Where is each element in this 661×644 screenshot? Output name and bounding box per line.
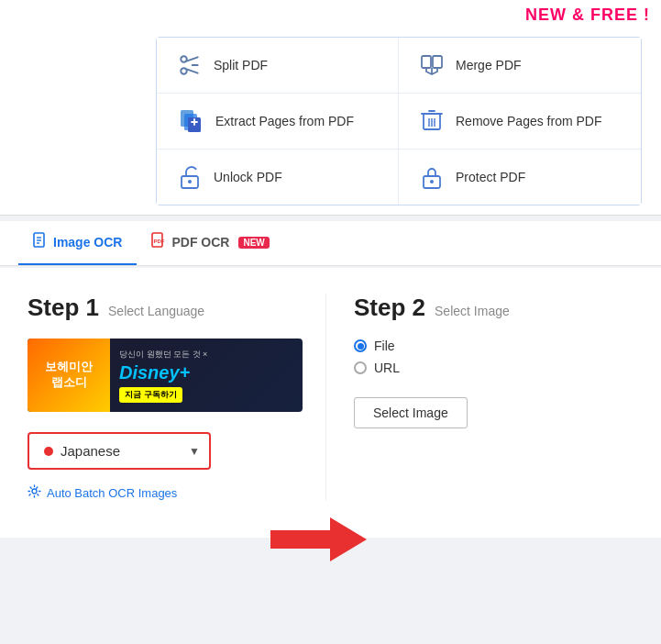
tab-pdf-ocr-label: PDF OCR [171,235,229,250]
auto-batch-text: Auto Batch OCR Images [47,486,177,500]
extract-pages-label: Extract Pages from PDF [215,114,354,128]
remove-pages-item[interactable]: Remove Pages from PDF [399,94,641,150]
main-content: Image OCR PDF PDF OCR NEW Step 1 Select … [0,221,661,538]
step1-panel: Step 1 Select Language 보헤미안랩소디 당신이 원했던 모… [28,294,325,501]
language-dot [44,447,53,456]
steps-area: Step 1 Select Language 보헤미안랩소디 당신이 원했던 모… [0,268,661,538]
url-label: URL [374,361,400,375]
pdf-icon: PDF [151,232,166,252]
scissors-icon [177,52,203,78]
split-pdf-label: Split PDF [214,58,268,72]
dropdown-arrow-icon: ▼ [189,445,200,458]
select-image-button[interactable]: Select Image [354,397,468,428]
lock-icon [419,164,445,190]
new-free-badge: NEW & FREE ! [525,6,650,25]
file-option[interactable]: File [354,339,633,353]
document-icon [33,232,48,252]
pdf-tools-menu: Split PDF Merge PDF [156,37,642,205]
svg-point-20 [32,489,37,494]
unlock-pdf-item[interactable]: Unlock PDF [157,150,399,205]
extract-pages-item[interactable]: Extract Pages from PDF [157,94,399,150]
svg-rect-1 [433,56,442,68]
tab-image-ocr[interactable]: Image OCR [18,221,137,265]
red-arrow-indicator [270,517,367,561]
ad-cta-button[interactable]: 지금 구독하기 [119,387,182,403]
url-radio[interactable] [354,361,367,374]
top-banner: NEW & FREE ! Split PDF [0,0,661,216]
svg-text:PDF: PDF [154,239,165,244]
ad-brand: Disney+ [119,362,207,383]
file-radio[interactable] [354,339,367,352]
svg-point-11 [188,180,192,183]
file-label: File [374,339,395,353]
step2-sub: Select Image [435,304,510,318]
auto-batch-link[interactable]: Auto Batch OCR Images [28,484,307,501]
gear-icon [28,484,41,501]
language-name: Japanese [61,443,176,459]
svg-point-13 [430,180,434,183]
new-badge: NEW [238,237,269,249]
protect-pdf-item[interactable]: Protect PDF [399,150,641,205]
url-option[interactable]: URL [354,361,633,375]
step1-sub: Select Language [108,304,204,318]
ad-korean-text: 보헤미안랩소디 [45,360,93,391]
step1-number: Step 1 [28,294,99,322]
step2-heading: Step 2 Select Image [354,294,633,322]
svg-rect-0 [422,56,431,68]
step1-heading: Step 1 Select Language [28,294,307,322]
protect-pdf-label: Protect PDF [456,170,525,184]
split-pdf-item[interactable]: Split PDF [157,38,399,94]
advertisement: 보헤미안랩소디 당신이 원했던 모든 것 × Disney+ 지금 구독하기 [28,339,303,412]
unlock-pdf-label: Unlock PDF [214,170,282,184]
language-dropdown-wrapper: Japanese ▼ [28,432,211,470]
merge-icon [419,52,445,78]
ad-promo-text: 당신이 원했던 모든 것 × [119,349,207,361]
tab-pdf-ocr[interactable]: PDF PDF OCR NEW [137,221,283,265]
unlock-icon [177,164,203,190]
step2-panel: Step 2 Select Image File URL Select Imag… [325,294,633,501]
merge-pdf-label: Merge PDF [456,58,522,72]
merge-pdf-item[interactable]: Merge PDF [399,38,641,94]
tabs-bar: Image OCR PDF PDF OCR NEW [0,221,661,266]
red-arrow-icon [270,517,367,561]
trash-icon [419,108,445,134]
tab-image-ocr-label: Image OCR [53,235,122,250]
step2-number: Step 2 [354,294,425,322]
remove-pages-label: Remove Pages from PDF [456,114,602,128]
extract-icon [177,108,204,134]
svg-marker-21 [270,517,367,561]
ad-right-panel: 당신이 원했던 모든 것 × Disney+ 지금 구독하기 [110,343,216,408]
ad-left-panel: 보헤미안랩소디 [28,339,110,412]
language-dropdown[interactable]: Japanese ▼ [28,432,211,470]
source-options: File URL [354,339,633,375]
